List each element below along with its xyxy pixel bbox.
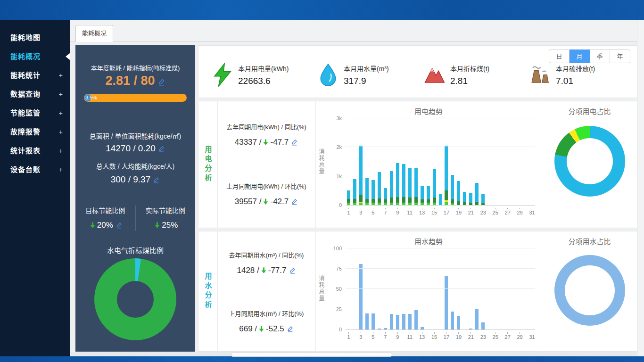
donut-hole — [567, 138, 613, 184]
y-axis: 01k2k3k — [327, 118, 342, 205]
kpi-coal: 本月折标煤(t)2.81 — [424, 63, 489, 87]
sidebar-item-label: 节能监管 — [10, 109, 41, 117]
edit-icon[interactable] — [157, 74, 165, 89]
donut-title: 分项用水占比 — [542, 236, 637, 246]
kpi-value: 7.01 — [556, 76, 595, 86]
area-energy-value: 14270 / 0.20 — [75, 143, 195, 155]
period-quarter-button[interactable]: 季 — [590, 49, 610, 63]
actual-ratio-value: 25% — [136, 221, 196, 231]
kpi-carbon: 本月碳排放(t)7.01 — [529, 63, 595, 87]
edit-icon[interactable] — [153, 175, 160, 186]
coal-ratio-donut-chart — [94, 258, 176, 340]
mountain-icon — [424, 63, 446, 87]
sidebar-item-label: 设备台账 — [10, 165, 41, 173]
down-arrow-icon — [262, 139, 269, 148]
saving-ratio-row: 目标节能比例 20% 实际节能比例 25% — [75, 206, 195, 231]
kpi-label: 本月用水量(m³) — [344, 64, 389, 73]
electricity-trend-chart: 用电趋势 消耗总量 01k2k3k 1357911131517192123252… — [315, 101, 542, 228]
down-arrow-icon — [260, 267, 267, 276]
expand-plus-icon: + — [59, 104, 63, 123]
vertical-scrollbar[interactable] — [637, 20, 644, 356]
chart-title: 用电趋势 — [315, 106, 542, 116]
electricity-yoy-block: 去年同期用电(kWh) / 同比(%) 43337 /-47.7 — [217, 122, 315, 148]
sidebar-item-energy-statistics[interactable]: 能耗统计+ — [0, 66, 70, 85]
tab-strip: 能耗概况 — [70, 20, 644, 42]
sidebar-item-label: 能耗统计 — [10, 71, 41, 79]
annual-energy-value: 2.81 / 80 — [75, 74, 195, 89]
edit-icon[interactable] — [289, 267, 296, 276]
y-axis: 0255075100 — [327, 248, 342, 329]
electricity-share-donut-chart — [554, 126, 625, 197]
sidebar-item-energy-overview[interactable]: 能耗概况 — [0, 47, 70, 66]
lightning-icon — [212, 63, 233, 87]
summary-panel: 本年度能耗 / 能耗指标(吨标准煤) 2.81 / 80 3.5% 总面积 / … — [75, 45, 195, 352]
yoy-value: 43337 /-47.7 — [217, 138, 315, 148]
x-axis: 135791113151719212325272931 — [346, 332, 535, 340]
sidebar-nav: 能耗地图 能耗概况 能耗统计+ 数据查询+ 节能监管+ 故障报警+ 统计报表+ … — [0, 20, 70, 356]
water-share-section: 分项用水占比 — [542, 231, 637, 351]
kpi-label: 本月用电量(kWh) — [238, 64, 289, 73]
annual-progress-bar: 3.5% — [84, 94, 187, 102]
sidebar-item-energy-saving-supervision[interactable]: 节能监管+ — [0, 104, 70, 123]
kpi-electricity: 本月用电量(kWh)22663.6 — [212, 63, 289, 87]
down-arrow-icon — [89, 222, 96, 231]
period-year-button[interactable]: 年 — [610, 49, 630, 63]
water-drop-icon — [317, 63, 339, 87]
section-label-text: 用电分析 — [203, 146, 213, 183]
expand-plus-icon: + — [59, 66, 63, 85]
electricity-section-label: 用电分析 — [198, 101, 218, 228]
edit-icon[interactable] — [116, 222, 123, 231]
dashboard-app: 能耗地图 能耗概况 能耗统计+ 数据查询+ 节能监管+ 故障报警+ 统计报表+ … — [0, 0, 644, 362]
coal-ratio-donut-title: 水电气折标煤比例 — [75, 245, 195, 255]
plot-area — [346, 118, 535, 206]
kpi-value: 2.81 — [450, 76, 489, 86]
kpi-label: 本月折标煤(t) — [450, 64, 489, 73]
target-ratio-label: 目标节能比例 — [75, 206, 135, 215]
sidebar-item-label: 故障报警 — [10, 128, 41, 136]
section-label-text: 用水分析 — [203, 272, 213, 310]
sidebar-item-data-query[interactable]: 数据查询+ — [0, 85, 70, 104]
active-arrow-icon — [66, 53, 70, 60]
donut-hole — [565, 265, 615, 315]
water-share-donut-chart — [554, 255, 625, 326]
bottom-banner — [0, 356, 644, 362]
plot-area — [346, 248, 535, 330]
water-stats: 去年同期用水(m³) / 同比(%) 1428 /-77.7 上月同期用水(m³… — [217, 231, 316, 351]
actual-ratio-label: 实际节能比例 — [136, 206, 196, 215]
per-capita-label: 总人数 / 人均能耗(kgce/人) — [75, 161, 195, 171]
water-yoy-block: 去年同期用水(m³) / 同比(%) 1428 /-77.7 — [217, 250, 315, 276]
period-toggle-group: 日 月 季 年 — [549, 49, 630, 63]
target-saving-ratio: 目标节能比例 20% — [75, 206, 135, 231]
kpi-label: 本月碳排放(t) — [556, 64, 595, 73]
per-capita-value: 300 / 9.37 — [75, 174, 195, 186]
edit-icon[interactable] — [291, 139, 298, 148]
water-mom-block: 上月同期用水(m³) / 环比(%) 669 /-52.5 — [217, 309, 315, 335]
mom-value: 669 /-52.5 — [217, 324, 315, 335]
water-trend-chart: 用水趋势 消耗总量 0255075100 1357911131517192123… — [315, 231, 542, 351]
period-day-button[interactable]: 日 — [549, 49, 570, 63]
main-area: 能耗概况 本年度能耗 / 能耗指标(吨标准煤) 2.81 / 80 3.5% 总… — [70, 20, 644, 356]
progress-percent: 3.5% — [85, 95, 97, 100]
water-analysis-panel: 用水分析 去年同期用水(m³) / 同比(%) 1428 /-77.7 上月同期… — [198, 231, 637, 352]
horizontal-scrollbar[interactable] — [70, 352, 637, 356]
top-banner — [0, 0, 644, 20]
edit-icon[interactable] — [291, 198, 298, 207]
y-axis-title: 消耗总量 — [317, 148, 325, 175]
yoy-label: 去年同期用水(m³) / 同比(%) — [217, 250, 315, 259]
y-axis-title: 消耗总量 — [317, 275, 325, 302]
sidebar-item-fault-alarm[interactable]: 故障报警+ — [0, 123, 70, 141]
area-energy-label: 总面积 / 单位面积能耗(kgce/㎡) — [75, 131, 195, 140]
tab-energy-overview[interactable]: 能耗概况 — [75, 25, 113, 42]
edit-icon[interactable] — [287, 325, 294, 335]
edit-icon[interactable] — [158, 144, 165, 155]
kpi-water: 本月用水量(m³)317.9 — [317, 63, 389, 87]
target-ratio-value: 20% — [75, 221, 135, 231]
sidebar-item-statistical-report[interactable]: 统计报表+ — [0, 141, 70, 160]
annual-energy-label: 本年度能耗 / 能耗指标(吨标准煤) — [75, 63, 195, 72]
factory-icon — [529, 63, 551, 87]
sidebar-item-equipment-ledger[interactable]: 设备台账+ — [0, 160, 70, 179]
sidebar-item-energy-map[interactable]: 能耗地图 — [0, 28, 70, 47]
period-month-button[interactable]: 月 — [570, 49, 590, 63]
kpi-value: 317.9 — [344, 76, 389, 86]
expand-plus-icon: + — [59, 123, 63, 141]
